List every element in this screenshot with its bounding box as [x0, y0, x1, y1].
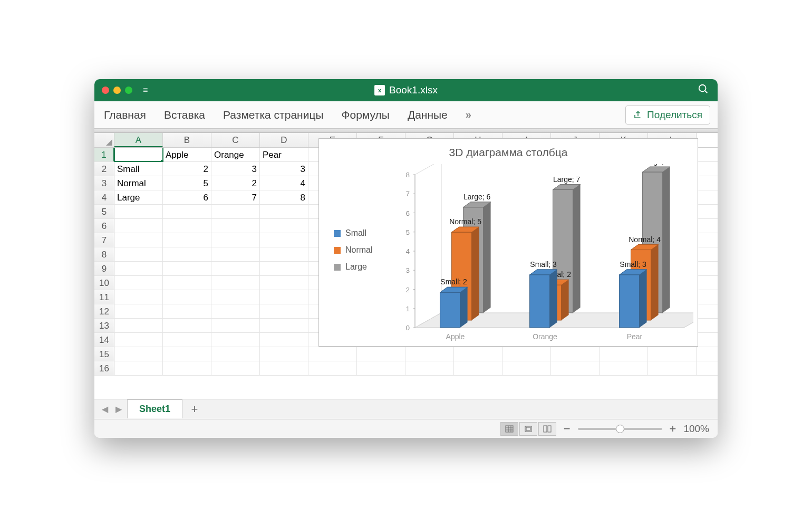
- cell-d16[interactable]: [260, 361, 308, 375]
- row-header[interactable]: 9: [94, 262, 114, 275]
- cell-b12[interactable]: [163, 304, 211, 318]
- cell-a8[interactable]: [114, 247, 163, 261]
- column-header-a[interactable]: A: [114, 133, 163, 147]
- zoom-in-button[interactable]: +: [670, 422, 676, 436]
- cell-c9[interactable]: [211, 262, 260, 275]
- close-window-button[interactable]: [102, 87, 109, 94]
- select-all-corner[interactable]: [94, 133, 114, 147]
- cell-d14[interactable]: [260, 333, 308, 347]
- cell-c16[interactable]: [211, 361, 260, 375]
- zoom-slider-thumb[interactable]: [616, 425, 624, 433]
- column-header-d[interactable]: D: [260, 133, 308, 147]
- cell-c8[interactable]: [211, 247, 260, 261]
- cell-d2[interactable]: 3: [260, 162, 308, 176]
- cell-d9[interactable]: [260, 262, 308, 275]
- row-header[interactable]: 4: [94, 190, 114, 204]
- cell-c1[interactable]: Orange: [211, 148, 260, 161]
- cell-d12[interactable]: [260, 304, 308, 318]
- cell-b16[interactable]: [163, 361, 211, 375]
- cell-a2[interactable]: Small: [114, 162, 163, 176]
- zoom-level[interactable]: 100%: [683, 423, 709, 435]
- cell-d11[interactable]: [260, 290, 308, 304]
- cell-a4[interactable]: Large: [114, 190, 163, 204]
- share-button[interactable]: Поделиться: [625, 106, 710, 125]
- cell-b10[interactable]: [163, 276, 211, 290]
- row-header[interactable]: 14: [94, 333, 114, 347]
- tab-page-layout[interactable]: Разметка страницы: [223, 109, 324, 121]
- view-page-break-button[interactable]: [538, 422, 556, 436]
- cell-a6[interactable]: [114, 219, 163, 233]
- cell-c12[interactable]: [211, 304, 260, 318]
- cell-f16[interactable]: [357, 361, 405, 375]
- row-header[interactable]: 10: [94, 276, 114, 290]
- cell-d4[interactable]: 8: [260, 190, 308, 204]
- tab-insert[interactable]: Вставка: [164, 109, 205, 121]
- cell-k16[interactable]: [600, 361, 648, 375]
- cell-f15[interactable]: [357, 347, 405, 361]
- maximize-window-button[interactable]: [125, 87, 132, 94]
- cell-c10[interactable]: [211, 276, 260, 290]
- cell-i16[interactable]: [502, 361, 551, 375]
- cell-a9[interactable]: [114, 262, 163, 275]
- cell-c6[interactable]: [211, 219, 260, 233]
- cell-a15[interactable]: [114, 347, 163, 361]
- cell-j16[interactable]: [551, 361, 600, 375]
- cell-a14[interactable]: [114, 333, 163, 347]
- row-header[interactable]: 2: [94, 162, 114, 176]
- cell-c13[interactable]: [211, 319, 260, 332]
- column-header-c[interactable]: C: [211, 133, 260, 147]
- cell-b9[interactable]: [163, 262, 211, 275]
- cell-b11[interactable]: [163, 290, 211, 304]
- row-header[interactable]: 12: [94, 304, 114, 318]
- cell-b4[interactable]: 6: [163, 190, 211, 204]
- cell-d7[interactable]: [260, 233, 308, 247]
- cell-b6[interactable]: [163, 219, 211, 233]
- cell-d6[interactable]: [260, 219, 308, 233]
- cell-h15[interactable]: [454, 347, 502, 361]
- row-header[interactable]: 3: [94, 176, 114, 190]
- cell-b15[interactable]: [163, 347, 211, 361]
- cell-d13[interactable]: [260, 319, 308, 332]
- cell-c5[interactable]: [211, 205, 260, 218]
- cell-g15[interactable]: [405, 347, 454, 361]
- row-header[interactable]: 16: [94, 361, 114, 375]
- cell-b3[interactable]: 5: [163, 176, 211, 190]
- quick-access-toggle[interactable]: ≡: [143, 85, 148, 95]
- cell-b8[interactable]: [163, 247, 211, 261]
- cell-d3[interactable]: 4: [260, 176, 308, 190]
- row-header[interactable]: 7: [94, 233, 114, 247]
- cell-c15[interactable]: [211, 347, 260, 361]
- row-header[interactable]: 13: [94, 319, 114, 332]
- tab-home[interactable]: Главная: [104, 109, 146, 121]
- cell-b14[interactable]: [163, 333, 211, 347]
- cell-g16[interactable]: [405, 361, 454, 375]
- cell-b2[interactable]: 2: [163, 162, 211, 176]
- cell-l16[interactable]: [648, 361, 697, 375]
- row-header[interactable]: 15: [94, 347, 114, 361]
- row-header[interactable]: 6: [94, 219, 114, 233]
- ribbon-more-button[interactable]: »: [466, 109, 471, 121]
- cell-j15[interactable]: [551, 347, 600, 361]
- row-header[interactable]: 5: [94, 205, 114, 218]
- zoom-slider[interactable]: [578, 428, 662, 430]
- chart-object[interactable]: 3D диаграмма столбца SmallNormalLarge 01…: [318, 138, 698, 347]
- cell-d10[interactable]: [260, 276, 308, 290]
- cell-c14[interactable]: [211, 333, 260, 347]
- row-header[interactable]: 1: [94, 148, 114, 161]
- column-header-b[interactable]: B: [163, 133, 211, 147]
- cell-b5[interactable]: [163, 205, 211, 218]
- tab-formulas[interactable]: Формулы: [342, 109, 390, 121]
- cell-d15[interactable]: [260, 347, 308, 361]
- cell-d5[interactable]: [260, 205, 308, 218]
- cell-e16[interactable]: [308, 361, 357, 375]
- cell-a7[interactable]: [114, 233, 163, 247]
- row-header[interactable]: 11: [94, 290, 114, 304]
- row-header[interactable]: 8: [94, 247, 114, 261]
- cell-a16[interactable]: [114, 361, 163, 375]
- add-sheet-button[interactable]: +: [186, 401, 204, 417]
- cell-b1[interactable]: Apple: [163, 148, 211, 161]
- cell-a11[interactable]: [114, 290, 163, 304]
- sheet-nav-next[interactable]: ▶: [113, 404, 124, 414]
- zoom-out-button[interactable]: −: [564, 422, 571, 436]
- ribbon-collapse-bar[interactable]: [94, 129, 718, 133]
